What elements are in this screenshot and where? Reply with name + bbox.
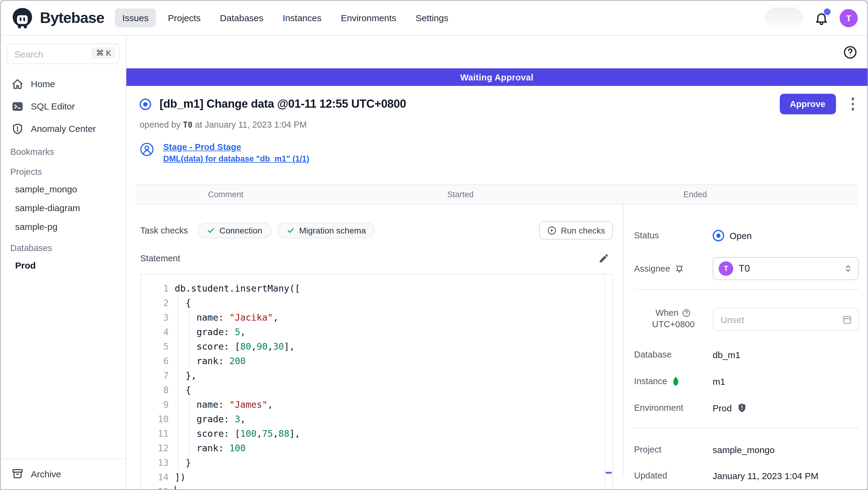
code-text: score: [80,90,30], bbox=[175, 339, 295, 354]
sidebar-item-sample-diagram[interactable]: sample-diagram bbox=[1, 198, 126, 217]
code-line: 3 name: "Jacika", bbox=[141, 310, 612, 325]
when-input[interactable] bbox=[719, 314, 842, 325]
when-help-icon[interactable] bbox=[682, 308, 691, 317]
code-line: 8 { bbox=[141, 383, 612, 398]
scaled-viewport: Bytebase IssuesProjectsDatabasesInstance… bbox=[0, 0, 868, 490]
check-label: Migration schema bbox=[299, 226, 366, 235]
sidebar-item-sql-editor[interactable]: SQL Editor bbox=[1, 95, 126, 117]
sidebar-item-label: Home bbox=[31, 79, 55, 89]
sidebar-section-bookmarks: Bookmarks bbox=[1, 140, 126, 160]
code-line: 4 grade: 5, bbox=[141, 325, 612, 339]
database-value[interactable]: db_m1 bbox=[713, 349, 740, 359]
status-banner: Waiting Approval bbox=[126, 68, 867, 86]
stage-link[interactable]: Stage - Prod Stage bbox=[163, 142, 309, 153]
line-number: 14 bbox=[141, 470, 168, 485]
environment-row: Environment Prod bbox=[634, 401, 859, 415]
assignee-value: T0 bbox=[739, 263, 750, 274]
project-value[interactable]: sample_mongo bbox=[713, 444, 775, 455]
issue-title-row: [db_m1] Change data @01-11 12:55 UTC+080… bbox=[126, 86, 867, 114]
task-checks-row: Task checks ConnectionMigration schema R… bbox=[140, 222, 613, 239]
status-row: Status Open bbox=[634, 228, 859, 242]
code-line: 6 rank: 200 bbox=[141, 354, 612, 368]
indent-guide bbox=[189, 398, 189, 456]
project-row: Project sample_mongo bbox=[634, 442, 859, 457]
code-line: 10 grade: 3, bbox=[141, 412, 612, 427]
check-chips: ConnectionMigration schema bbox=[198, 223, 375, 238]
sidebar-item-sample-pg[interactable]: sample-pg bbox=[1, 217, 126, 236]
editor-overview-ruler[interactable] bbox=[604, 275, 612, 489]
code-line: 12 rank: 100 bbox=[141, 441, 612, 456]
line-number: 3 bbox=[141, 310, 168, 325]
sidebar-item-archive[interactable]: Archive bbox=[1, 459, 126, 489]
task-table-header: CommentStartedEnded bbox=[135, 184, 858, 204]
column-header-empty bbox=[785, 190, 858, 199]
sidebar-menu: HomeSQL EditorAnomaly Center bbox=[1, 73, 126, 140]
check-chip-migration-schema[interactable]: Migration schema bbox=[277, 223, 375, 238]
sidebar-item-label: SQL Editor bbox=[31, 101, 75, 111]
nav-tab-environments[interactable]: Environments bbox=[334, 8, 403, 27]
assignee-label: Assignee bbox=[634, 264, 670, 273]
sidebar-section-databases: Databases bbox=[1, 236, 126, 256]
bytebase-logo[interactable]: Bytebase bbox=[10, 6, 104, 30]
notification-bell-button[interactable] bbox=[814, 10, 829, 25]
code-text bbox=[175, 485, 176, 489]
when-datetime-field[interactable] bbox=[713, 308, 859, 331]
column-header-started: Started bbox=[316, 190, 605, 199]
code-text: { bbox=[175, 296, 191, 310]
assignee-row: Assignee T T0 bbox=[634, 257, 859, 280]
code-line: 1db.student.insertMany([ bbox=[141, 281, 612, 296]
sidebar-item-prod[interactable]: Prod bbox=[1, 256, 126, 275]
indent-guide bbox=[189, 310, 189, 368]
line-number: 12 bbox=[141, 441, 168, 456]
nav-tab-projects[interactable]: Projects bbox=[160, 8, 208, 27]
code-lines: 1db.student.insertMany([2 {3 name: "Jaci… bbox=[141, 281, 612, 489]
search-box[interactable]: ⌘ K bbox=[7, 44, 120, 64]
code-text: grade: 3, bbox=[175, 412, 246, 427]
updated-value: January 11, 2023 1:04 PM bbox=[713, 470, 818, 481]
help-button[interactable] bbox=[843, 45, 858, 60]
run-checks-button[interactable]: Run checks bbox=[539, 222, 613, 239]
keyboard-shortcut-badge: ⌘ K bbox=[91, 47, 116, 59]
cursor-position-marker bbox=[606, 472, 612, 474]
column-header-ended: Ended bbox=[605, 190, 786, 199]
nav-tab-instances[interactable]: Instances bbox=[275, 8, 329, 27]
topbar-right: T bbox=[765, 7, 858, 28]
statement-row: Statement bbox=[140, 253, 613, 264]
sidebar-item-anomaly-center[interactable]: Anomaly Center bbox=[1, 117, 126, 140]
environment-label: Environment bbox=[634, 403, 713, 412]
line-number: 7 bbox=[141, 368, 168, 383]
environment-value[interactable]: Prod bbox=[713, 403, 732, 413]
check-label: Connection bbox=[219, 226, 262, 235]
statement-code-editor[interactable]: 1db.student.insertMany([2 {3 name: "Jaci… bbox=[140, 274, 613, 489]
code-line: 13 } bbox=[141, 456, 612, 470]
sidebar-item-sample-mongo[interactable]: sample_mongo bbox=[1, 180, 126, 198]
bytebase-window: Bytebase IssuesProjectsDatabasesInstance… bbox=[0, 0, 868, 490]
sidebar-item-home[interactable]: Home bbox=[1, 73, 126, 95]
assignee-select[interactable]: T T0 bbox=[713, 257, 859, 280]
project-label: Project bbox=[634, 444, 713, 454]
divider bbox=[634, 289, 859, 290]
database-label: Database bbox=[634, 350, 713, 359]
check-chip-connection[interactable]: Connection bbox=[198, 223, 271, 238]
database-row: Database db_m1 bbox=[634, 347, 859, 362]
line-number: 8 bbox=[141, 383, 168, 398]
code-text: rank: 100 bbox=[175, 441, 246, 456]
approve-button[interactable]: Approve bbox=[779, 94, 836, 114]
issue-title: [db_m1] Change data @01-11 12:55 UTC+080… bbox=[160, 97, 771, 111]
user-avatar[interactable]: T bbox=[840, 9, 858, 27]
edit-statement-button[interactable] bbox=[598, 253, 609, 264]
code-line: 14]) bbox=[141, 470, 612, 485]
line-number: 9 bbox=[141, 398, 168, 412]
help-circle-icon bbox=[843, 45, 858, 60]
line-number: 5 bbox=[141, 339, 168, 354]
line-number: 4 bbox=[141, 325, 168, 339]
opened-by-user: T0 bbox=[183, 120, 192, 129]
instance-value[interactable]: m1 bbox=[713, 376, 725, 386]
more-actions-button[interactable] bbox=[849, 95, 857, 113]
code-line: 7 }, bbox=[141, 368, 612, 383]
updated-row: Updated January 11, 2023 1:04 PM bbox=[634, 468, 859, 483]
nav-tab-issues[interactable]: Issues bbox=[115, 8, 156, 27]
nav-tab-settings[interactable]: Settings bbox=[408, 8, 456, 27]
task-link[interactable]: DML(data) for database "db_m1" (1/1) bbox=[163, 153, 309, 165]
nav-tab-databases[interactable]: Databases bbox=[213, 8, 271, 27]
